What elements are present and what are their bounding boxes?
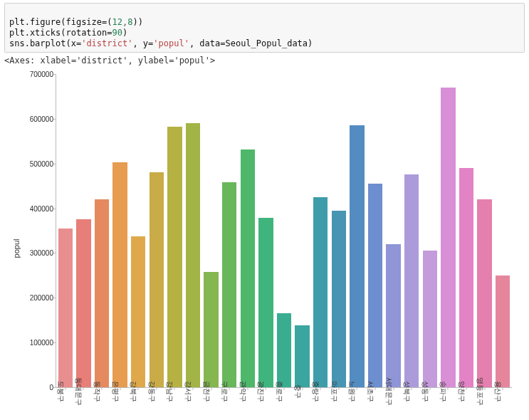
bar <box>295 325 309 387</box>
code-line-1: plt.figure(figsize=(12,8)) <box>9 17 143 27</box>
code-line-2: plt.xticks(rotation=90) <box>9 28 127 38</box>
x-tick-label: 강동구 <box>147 381 157 402</box>
bar-slot: 중랑구 <box>311 74 330 387</box>
bar-slot: 서대문구 <box>384 74 403 387</box>
y-tick-label: 200000 <box>19 294 53 302</box>
x-tick-label: 금천구 <box>201 381 211 402</box>
x-tick-label: 송파구 <box>438 381 448 402</box>
y-tick-label: 300000 <box>19 249 53 257</box>
x-tick-label: 동작구 <box>92 381 102 402</box>
bar-slot: 서초구 <box>366 74 384 387</box>
bar <box>313 197 328 387</box>
y-tick-label: 100000 <box>19 339 53 347</box>
x-tick-label: 중랑구 <box>310 381 320 402</box>
bar <box>404 174 419 387</box>
bar-slot: 금천구 <box>202 74 221 387</box>
x-tick-mark <box>448 387 449 390</box>
x-tick-label: 강서구 <box>183 381 193 402</box>
x-tick-label: 노원구 <box>347 381 357 402</box>
bar <box>459 168 473 387</box>
bar-slot: 종로구 <box>275 74 293 387</box>
bar <box>112 162 127 387</box>
bar-slot: 영등포구 <box>476 74 494 387</box>
bar-slot: 동대문구 <box>75 74 93 387</box>
x-tick-label: 강남구 <box>164 381 174 402</box>
code-cell: plt.figure(figsize=(12,8)) plt.xticks(ro… <box>4 3 525 53</box>
x-tick-label: 성동구 <box>420 381 430 402</box>
x-tick-label: 동대문구 <box>73 377 83 406</box>
bar-slot: 양천구 <box>457 74 476 387</box>
x-tick-label: 용산구 <box>493 381 503 402</box>
x-tick-mark <box>174 387 175 390</box>
x-tick-mark <box>266 387 266 390</box>
plot-area: 0100000200000300000400000500000600000700… <box>56 74 512 388</box>
bar-slot: 중구 <box>293 74 312 387</box>
y-tick-label: 700000 <box>19 70 53 78</box>
bar <box>386 244 400 387</box>
bar <box>150 172 164 387</box>
x-tick-mark <box>357 387 357 390</box>
x-tick-label: 성북구 <box>402 381 412 402</box>
code-line-3: sns.barplot(x='district', y='popul', dat… <box>9 38 313 48</box>
bar-slot: 강남구 <box>166 74 184 387</box>
y-tick-label: 500000 <box>19 159 53 167</box>
bar-slot: 노원구 <box>348 74 367 387</box>
bar-slot: 관악구 <box>239 74 257 387</box>
bar-slot: 구로구 <box>220 74 239 387</box>
bar <box>222 182 236 387</box>
bar <box>441 88 455 387</box>
y-tick-label: 0 <box>19 384 53 392</box>
bar <box>496 275 510 387</box>
x-tick-label: 종로구 <box>274 381 284 402</box>
bar <box>368 184 382 387</box>
bar <box>95 199 109 387</box>
x-tick-label: 은평구 <box>110 381 120 402</box>
y-tick-label: 600000 <box>19 115 53 122</box>
bar-slot: 마포구 <box>330 74 348 387</box>
x-tick-label: 영등포구 <box>475 377 485 406</box>
bar <box>204 272 218 387</box>
x-tick-label: 도봉구 <box>56 381 66 402</box>
bar <box>277 313 291 387</box>
x-tick-label: 광진구 <box>256 381 266 402</box>
bar <box>76 219 90 387</box>
x-tick-label: 강북구 <box>128 381 138 402</box>
bar-slot: 성북구 <box>402 74 421 387</box>
bar <box>58 229 73 387</box>
bar-slot: 강북구 <box>129 74 147 387</box>
bar-slot: 강동구 <box>147 74 166 387</box>
bar-slot: 송파구 <box>439 74 458 387</box>
x-tick-label: 서초구 <box>365 381 375 402</box>
bar <box>350 125 364 387</box>
y-tick-label: 400000 <box>19 204 53 212</box>
bar <box>332 211 346 387</box>
bar-slot: 은평구 <box>111 74 130 387</box>
bar-slot: 용산구 <box>493 74 512 387</box>
bar <box>186 123 200 387</box>
x-tick-label: 중구 <box>293 384 303 399</box>
x-tick-label: 구로구 <box>219 381 229 402</box>
output-repr: <Axes: xlabel='district', ylabel='popul'… <box>4 56 525 65</box>
bar <box>423 251 437 387</box>
bar <box>131 236 145 387</box>
bar-slot: 도봉구 <box>56 74 75 387</box>
bar-slot: 광진구 <box>257 74 276 387</box>
x-tick-label: 마포구 <box>329 381 339 402</box>
chart: popul 0100000200000300000400000500000600… <box>9 67 521 420</box>
bar-slot: 성동구 <box>421 74 439 387</box>
x-tick-label: 관악구 <box>238 381 248 402</box>
bar <box>167 127 182 387</box>
x-tick-label: 양천구 <box>456 381 466 402</box>
bar <box>258 218 273 387</box>
x-tick-label: 서대문구 <box>384 377 394 406</box>
bar-slot: 동작구 <box>93 74 111 387</box>
bar-slot: 강서구 <box>184 74 202 387</box>
x-tick-mark <box>83 387 84 390</box>
bar <box>477 199 491 387</box>
bar <box>241 149 255 387</box>
